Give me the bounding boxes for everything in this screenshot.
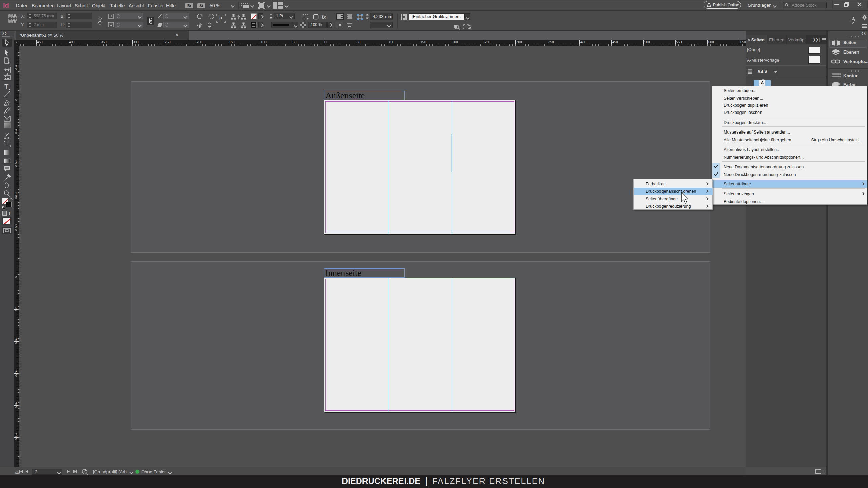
svg-text:T: T — [4, 83, 8, 90]
svg-text:P: P — [219, 15, 222, 22]
